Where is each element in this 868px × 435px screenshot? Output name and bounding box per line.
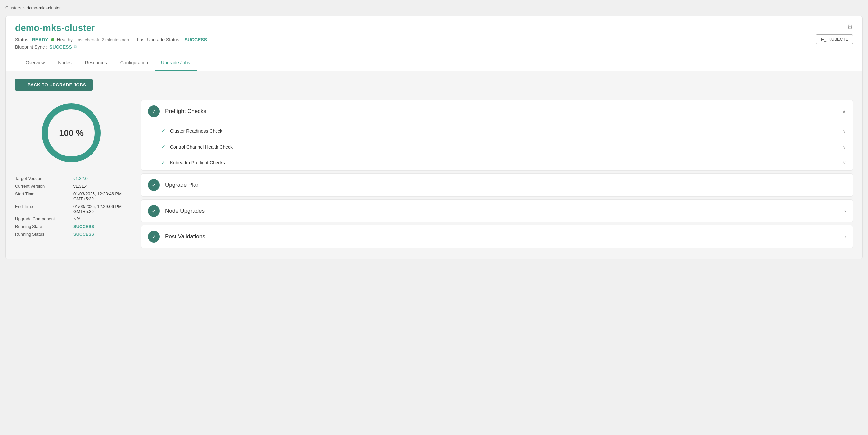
- component-label: Upgrade Component: [15, 217, 68, 221]
- running-status-label: Running Status: [15, 232, 68, 237]
- sub-step-kubeadm[interactable]: ✓ Kubeadm Preflight Checks ∨: [141, 155, 853, 170]
- donut-percentage: 100 %: [59, 128, 84, 138]
- current-version-label: Current Version: [15, 184, 68, 189]
- upgrade-body: 100 % Target Version v1.32.0 Current Ver…: [15, 100, 853, 251]
- breadcrumb: Clusters › demo-mks-cluster: [5, 5, 863, 10]
- breadcrumb-clusters[interactable]: Clusters: [5, 5, 21, 10]
- upgrade-plan-circle: ✓: [148, 179, 160, 191]
- step-node-upgrades-header[interactable]: ✓ Node Upgrades ›: [141, 199, 853, 222]
- external-link-icon[interactable]: ⧉: [74, 44, 77, 50]
- step-upgrade-plan: ✓ Upgrade Plan: [141, 174, 853, 197]
- component-value: N/A: [73, 217, 81, 221]
- post-validations-check-icon: ✓: [152, 233, 156, 240]
- info-start-time: Start Time 01/03/2025, 12:23:46 PM GMT+5…: [15, 191, 128, 201]
- running-state-label: Running State: [15, 224, 68, 229]
- preflight-check-circle: ✓: [148, 105, 160, 117]
- kubeadm-check-icon: ✓: [161, 159, 165, 166]
- sub-step-cluster-readiness[interactable]: ✓ Cluster Readiness Check ∨: [141, 123, 853, 139]
- info-component: Upgrade Component N/A: [15, 217, 128, 221]
- page-wrapper: Clusters › demo-mks-cluster demo-mks-clu…: [0, 0, 868, 435]
- left-panel: 100 % Target Version v1.32.0 Current Ver…: [15, 100, 128, 239]
- step-post-validations-header[interactable]: ✓ Post Validations ›: [141, 225, 853, 248]
- right-panel: ✓ Preflight Checks ∨ ✓ Cluster Readiness…: [141, 100, 853, 251]
- upgrade-content: ← BACK TO UPGRADE JOBS 100 % Target Vers…: [6, 71, 862, 259]
- tab-configuration[interactable]: Configuration: [114, 55, 155, 71]
- upgrade-status-value: SUCCESS: [184, 37, 207, 42]
- status-row: Status: READY Healthy Last check-in 2 mi…: [15, 37, 129, 42]
- breadcrumb-separator: ›: [23, 5, 25, 10]
- target-version-label: Target Version: [15, 176, 68, 181]
- start-time-value: 01/03/2025, 12:23:46 PM GMT+5:30: [73, 191, 128, 201]
- step-post-validations: ✓ Post Validations ›: [141, 225, 853, 248]
- current-version-value: v1.31.4: [73, 184, 88, 189]
- kubeadm-chevron: ∨: [843, 160, 846, 165]
- node-upgrades-chevron: ›: [844, 208, 846, 214]
- tab-upgrade-jobs[interactable]: Upgrade Jobs: [155, 55, 196, 71]
- tabs-bar: Overview Nodes Resources Configuration U…: [15, 55, 853, 71]
- info-running-state: Running State SUCCESS: [15, 224, 128, 229]
- end-time-value: 01/03/2025, 12:29:06 PM GMT+5:30: [73, 204, 128, 214]
- header-actions: ⚙ ▶_ KUBECTL: [816, 23, 853, 44]
- cluster-meta: Status: READY Healthy Last check-in 2 mi…: [15, 37, 207, 42]
- step-preflight-header[interactable]: ✓ Preflight Checks ∨: [141, 100, 853, 123]
- end-time-label: End Time: [15, 204, 68, 214]
- cluster-readiness-title: Cluster Readiness Check: [170, 128, 838, 134]
- kubectl-icon: ▶_: [820, 37, 826, 42]
- gear-icon[interactable]: ⚙: [847, 23, 853, 31]
- status-label: Status:: [15, 37, 30, 42]
- info-current-version: Current Version v1.31.4: [15, 184, 128, 189]
- upgrade-status-label: Last Upgrade Status :: [137, 37, 182, 42]
- control-channel-chevron: ∨: [843, 144, 846, 150]
- health-dot: [51, 38, 54, 41]
- breadcrumb-current: demo-mks-cluster: [27, 5, 61, 10]
- node-upgrades-title: Node Upgrades: [165, 208, 839, 214]
- info-running-status: Running Status SUCCESS: [15, 232, 128, 237]
- status-ready-value: READY: [32, 37, 49, 42]
- control-channel-check-icon: ✓: [161, 144, 165, 150]
- sub-step-control-channel[interactable]: ✓ Control Channel Health Check ∨: [141, 139, 853, 155]
- post-validations-title: Post Validations: [165, 234, 839, 240]
- info-target-version: Target Version v1.32.0: [15, 176, 128, 181]
- preflight-title: Preflight Checks: [165, 108, 837, 115]
- main-card: demo-mks-cluster Status: READY Healthy L…: [5, 15, 863, 259]
- tab-resources[interactable]: Resources: [78, 55, 114, 71]
- target-version-value: v1.32.0: [73, 176, 88, 181]
- step-preflight-checks: ✓ Preflight Checks ∨ ✓ Cluster Readiness…: [141, 100, 853, 171]
- post-validations-chevron: ›: [844, 234, 846, 240]
- tab-overview[interactable]: Overview: [24, 55, 52, 71]
- cluster-title: demo-mks-cluster: [15, 23, 207, 33]
- step-upgrade-plan-header[interactable]: ✓ Upgrade Plan: [141, 174, 853, 196]
- info-table: Target Version v1.32.0 Current Version v…: [15, 176, 128, 239]
- blueprint-value: SUCCESS: [50, 44, 72, 50]
- blueprint-label: Blueprint Sync :: [15, 44, 48, 50]
- preflight-check-icon: ✓: [152, 108, 156, 115]
- cluster-header: demo-mks-cluster Status: READY Healthy L…: [6, 16, 862, 71]
- donut-chart: 100 %: [38, 100, 104, 166]
- cluster-title-section: demo-mks-cluster Status: READY Healthy L…: [15, 23, 207, 51]
- kubeadm-title: Kubeadm Preflight Checks: [170, 160, 838, 165]
- running-state-value: SUCCESS: [73, 224, 94, 229]
- upgrade-plan-check-icon: ✓: [152, 181, 156, 189]
- control-channel-title: Control Channel Health Check: [170, 144, 838, 150]
- info-end-time: End Time 01/03/2025, 12:29:06 PM GMT+5:3…: [15, 204, 128, 214]
- tab-nodes[interactable]: Nodes: [52, 55, 78, 71]
- checkin-time: Last check-in 2 minutes ago: [75, 37, 129, 42]
- cluster-readiness-check-icon: ✓: [161, 128, 165, 134]
- back-to-upgrade-jobs-button[interactable]: ← BACK TO UPGRADE JOBS: [15, 79, 93, 91]
- start-time-label: Start Time: [15, 191, 68, 201]
- upgrade-status-row: Last Upgrade Status : SUCCESS: [137, 37, 207, 42]
- health-label: Healthy: [57, 37, 72, 42]
- cluster-header-top: demo-mks-cluster Status: READY Healthy L…: [15, 23, 853, 51]
- node-upgrades-circle: ✓: [148, 205, 160, 217]
- preflight-children: ✓ Cluster Readiness Check ∨ ✓ Control Ch…: [141, 123, 853, 170]
- blueprint-left: Blueprint Sync : SUCCESS ⧉: [15, 44, 77, 50]
- blueprint-row: Blueprint Sync : SUCCESS ⧉: [15, 44, 207, 50]
- preflight-chevron: ∨: [842, 108, 846, 115]
- node-upgrades-check-icon: ✓: [152, 207, 156, 215]
- kubectl-button[interactable]: ▶_ KUBECTL: [816, 34, 853, 44]
- cluster-readiness-chevron: ∨: [843, 128, 846, 134]
- running-status-value: SUCCESS: [73, 232, 94, 237]
- post-validations-circle: ✓: [148, 231, 160, 243]
- kubectl-label: KUBECTL: [828, 37, 848, 42]
- step-node-upgrades: ✓ Node Upgrades ›: [141, 199, 853, 222]
